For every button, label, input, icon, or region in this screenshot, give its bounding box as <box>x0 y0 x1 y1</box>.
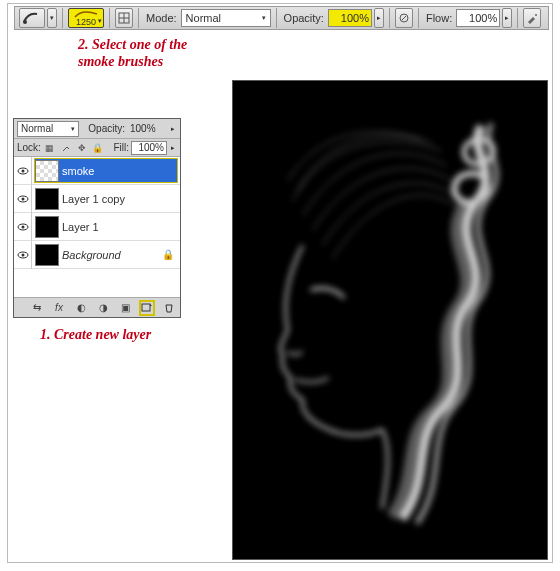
new-layer-icon <box>141 303 153 313</box>
svg-point-0 <box>23 20 27 24</box>
layer-thumbnail[interactable] <box>35 160 59 182</box>
svg-point-9 <box>21 197 24 200</box>
separator <box>276 8 277 28</box>
chevron-down-icon: ▾ <box>262 14 266 22</box>
annotation-step-1: 1. Create new layer <box>40 326 151 343</box>
layer-opacity-input[interactable]: 100% <box>130 123 166 134</box>
opacity-input[interactable]: 100% <box>328 9 372 27</box>
lock-icon: 🔒 <box>162 249 174 260</box>
layer-mask-icon[interactable]: ◐ <box>74 301 88 315</box>
svg-point-13 <box>21 253 24 256</box>
layer-style-icon[interactable]: fx <box>52 301 66 315</box>
brush-size-value: 1250 <box>76 18 96 27</box>
svg-rect-14 <box>142 304 150 311</box>
new-layer-button[interactable] <box>140 301 154 315</box>
opacity-label: Opacity: <box>282 12 326 24</box>
link-layers-icon[interactable]: ⇆ <box>30 301 44 315</box>
pen-pressure-icon <box>398 12 410 24</box>
svg-point-7 <box>21 169 24 172</box>
layers-panel-header: Normal ▾ Opacity: 100% ▸ <box>14 119 180 139</box>
tool-preset-picker[interactable] <box>19 8 45 28</box>
annotation-step-2: 2. Select one of the smoke brushes <box>78 36 187 70</box>
mode-label: Mode: <box>144 12 179 24</box>
svg-point-5 <box>535 14 537 16</box>
layer-row[interactable]: Layer 1 <box>14 213 180 241</box>
chevron-down-icon: ▾ <box>71 125 75 133</box>
brush-icon <box>22 11 42 25</box>
layer-name: Layer 1 copy <box>62 193 125 205</box>
visibility-toggle[interactable] <box>14 213 32 241</box>
document-canvas[interactable] <box>232 80 548 560</box>
layers-lock-row: Lock: ▦ ✥ 🔒 Fill: 100% ▸ <box>14 139 180 157</box>
fill-value: 100% <box>138 142 164 153</box>
smoke-artwork <box>233 81 547 559</box>
separator <box>109 8 110 28</box>
layer-row[interactable]: Layer 1 copy <box>14 185 180 213</box>
layers-panel: Normal ▾ Opacity: 100% ▸ Lock: ▦ ✥ 🔒 Fil… <box>13 118 181 318</box>
chevron-right-icon[interactable]: ▸ <box>171 125 175 133</box>
separator <box>62 8 63 28</box>
layer-row[interactable]: Background 🔒 <box>14 241 180 269</box>
lock-all-icon[interactable]: 🔒 <box>91 141 105 155</box>
palette-icon <box>118 12 130 24</box>
separator <box>517 8 518 28</box>
tool-preset-arrow[interactable]: ▾ <box>47 8 57 28</box>
layer-blend-mode-select[interactable]: Normal ▾ <box>17 121 79 137</box>
visibility-toggle[interactable] <box>14 157 32 185</box>
fill-input[interactable]: 100% <box>131 141 167 155</box>
opacity-arrow[interactable]: ▸ <box>374 8 384 28</box>
layer-name: Layer 1 <box>62 221 99 233</box>
blend-mode-value: Normal <box>186 12 221 24</box>
options-bar: ▾ 1250 ▾ Mode: Normal ▾ Opacity: 100% ▸ … <box>14 6 549 30</box>
brush-panel-toggle[interactable] <box>115 8 133 28</box>
delete-layer-icon[interactable] <box>162 301 176 315</box>
layer-blend-mode-value: Normal <box>21 123 53 134</box>
flow-label: Flow: <box>424 12 454 24</box>
layer-name: smoke <box>62 165 94 177</box>
lock-position-icon[interactable]: ✥ <box>75 141 89 155</box>
visibility-toggle[interactable] <box>14 185 32 213</box>
layer-thumbnail[interactable] <box>35 216 59 238</box>
svg-point-11 <box>21 225 24 228</box>
chevron-right-icon[interactable]: ▸ <box>171 144 175 152</box>
layer-opacity-value: 100% <box>130 123 156 134</box>
tablet-pressure-opacity[interactable] <box>395 8 413 28</box>
airbrush-icon <box>526 12 538 24</box>
chevron-down-icon: ▾ <box>98 16 102 25</box>
adjustment-layer-icon[interactable]: ◑ <box>96 301 110 315</box>
eye-icon <box>17 167 29 175</box>
eye-icon <box>17 251 29 259</box>
separator <box>138 8 139 28</box>
separator <box>389 8 390 28</box>
layer-thumbnail[interactable] <box>35 188 59 210</box>
visibility-toggle[interactable] <box>14 241 32 269</box>
flow-input[interactable]: 100% <box>456 9 500 27</box>
layer-name: Background <box>62 249 121 261</box>
eye-icon <box>17 223 29 231</box>
lock-transparency-icon[interactable]: ▦ <box>43 141 57 155</box>
flow-value: 100% <box>469 12 497 24</box>
separator <box>418 8 419 28</box>
fill-label: Fill: <box>113 142 129 153</box>
layers-footer: ⇆ fx ◐ ◑ ▣ <box>14 297 180 317</box>
layer-row[interactable]: smoke <box>14 157 180 185</box>
eye-icon <box>17 195 29 203</box>
flow-arrow[interactable]: ▸ <box>502 8 512 28</box>
layer-opacity-label: Opacity: <box>88 123 125 134</box>
airbrush-toggle[interactable] <box>523 8 541 28</box>
opacity-value: 100% <box>341 12 369 24</box>
layer-thumbnail[interactable] <box>35 244 59 266</box>
blend-mode-select[interactable]: Normal ▾ <box>181 9 271 27</box>
lock-label: Lock: <box>17 142 41 153</box>
brush-size-picker[interactable]: 1250 ▾ <box>68 8 104 28</box>
layer-group-icon[interactable]: ▣ <box>118 301 132 315</box>
lock-pixels-icon[interactable] <box>59 141 73 155</box>
layers-list: smoke Layer 1 copy Layer 1 Background 🔒 <box>14 157 180 297</box>
